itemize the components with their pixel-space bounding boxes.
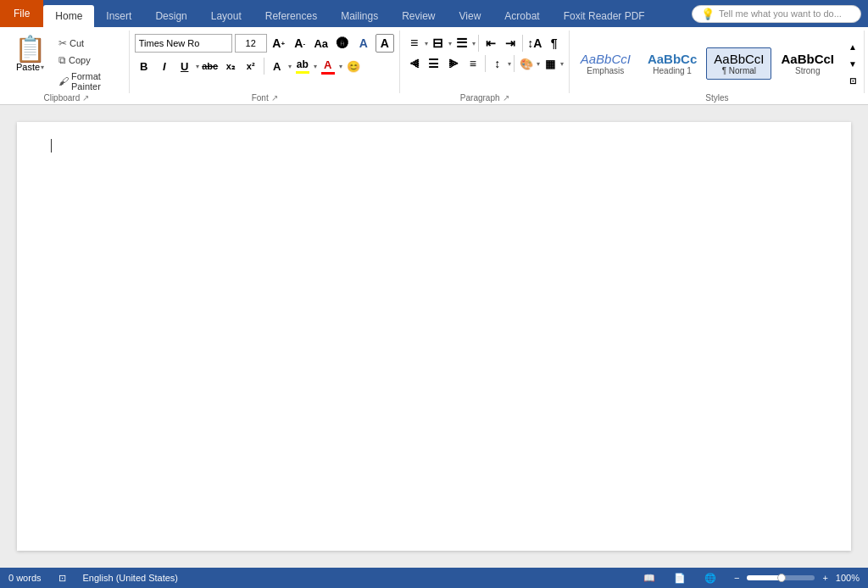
line-spacing-dropdown[interactable]: ▾ — [508, 60, 511, 68]
clear-format-button[interactable]: 🅐 — [333, 34, 352, 53]
zoom-slider[interactable] — [747, 575, 815, 580]
styles-scroll-up[interactable]: ▲ — [845, 40, 860, 53]
strikethrough-button[interactable]: abc — [201, 57, 220, 75]
page-view-icon: ⊡ — [58, 573, 66, 584]
tab-file[interactable]: File — [0, 0, 43, 27]
borders-button[interactable]: ▦ — [541, 54, 559, 73]
style-strong[interactable]: AaBbCcI Strong — [773, 47, 842, 80]
zoom-in-button[interactable]: + — [818, 570, 832, 585]
numbering-button[interactable]: ⊟ — [429, 34, 448, 53]
tab-layout[interactable]: Layout — [199, 5, 253, 27]
justify-button[interactable]: ≡ — [464, 54, 482, 73]
highlight-dropdown[interactable]: ▾ — [314, 63, 317, 70]
border-text-button[interactable]: A — [376, 34, 394, 53]
print-layout-button[interactable]: 📄 — [669, 571, 691, 585]
text-shade-dropdown[interactable]: ▾ — [288, 63, 292, 70]
document-page[interactable] — [17, 122, 851, 551]
align-left-button[interactable]: ⫷ — [405, 54, 424, 73]
style-emphasis[interactable]: AaBbCcI Emphasis — [573, 47, 638, 80]
tab-references[interactable]: References — [253, 5, 329, 27]
zoom-out-button[interactable]: − — [730, 570, 743, 585]
font-size-input[interactable] — [235, 34, 267, 53]
view-tab-label: View — [459, 10, 481, 22]
font-color-dropdown[interactable]: ▾ — [339, 63, 342, 70]
numbering-dropdown[interactable]: ▾ — [448, 40, 452, 47]
font-color-icon: A — [324, 58, 331, 71]
paragraph-expander[interactable]: ↗ — [503, 93, 509, 103]
text-effects-button[interactable]: A — [354, 34, 373, 53]
align-center-button[interactable]: ☰ — [425, 54, 443, 73]
tab-home[interactable]: Home — [43, 5, 94, 27]
underline-button[interactable]: U — [175, 57, 194, 75]
tell-me-text: Tell me what you want to do... — [719, 8, 842, 19]
bullets-dropdown[interactable]: ▾ — [425, 40, 428, 47]
font-color-bar — [321, 72, 335, 75]
style-strong-label: Strong — [795, 66, 820, 75]
borders-dropdown[interactable]: ▾ — [560, 60, 564, 68]
italic-button[interactable]: I — [155, 57, 174, 75]
paste-button[interactable]: 📋 Paste ▾ — [8, 34, 52, 93]
cut-icon: ✂ — [58, 37, 67, 49]
subscript-button[interactable]: x₂ — [221, 57, 240, 75]
multilevel-button[interactable]: ☰ — [453, 34, 471, 53]
increase-font-size-button[interactable]: A+ — [270, 34, 288, 53]
web-layout-button[interactable]: 🌐 — [699, 571, 721, 585]
multilevel-dropdown[interactable]: ▾ — [472, 40, 476, 47]
superscript-button[interactable]: x² — [242, 57, 260, 75]
read-mode-button[interactable]: 📖 — [638, 571, 660, 585]
page-view-button[interactable]: ⊡ — [58, 573, 66, 584]
line-spacing-button[interactable]: ↕ — [488, 54, 507, 73]
copy-icon: ⧉ — [58, 54, 66, 66]
ribbon: 📋 Paste ▾ ✂ Cut ⧉ Copy — [0, 27, 868, 105]
shading-button[interactable]: 🎨 — [517, 54, 536, 73]
font-expander[interactable]: ↗ — [271, 93, 278, 103]
mailings-tab-label: Mailings — [341, 10, 378, 22]
zoom-level: 100% — [836, 573, 860, 583]
show-para-button[interactable]: ¶ — [545, 34, 564, 53]
decrease-indent-button[interactable]: ⇤ — [481, 34, 500, 53]
language-item[interactable]: English (United States) — [83, 573, 179, 583]
font-name-input[interactable] — [135, 34, 232, 53]
zoom-slider-thumb[interactable] — [777, 574, 786, 582]
tab-view[interactable]: View — [448, 5, 493, 27]
tab-insert[interactable]: Insert — [94, 5, 143, 27]
cut-button[interactable]: ✂ Cut — [55, 36, 124, 51]
copy-button[interactable]: ⧉ Copy — [55, 53, 124, 68]
para-sep3 — [485, 55, 486, 72]
styles-more-button[interactable]: ⊡ — [845, 74, 860, 87]
highlight-button[interactable]: ab — [293, 57, 312, 75]
text-shade-button[interactable]: A — [268, 57, 287, 75]
tab-foxit[interactable]: Foxit Reader PDF — [552, 5, 657, 27]
increase-indent-button[interactable]: ⇥ — [501, 34, 520, 53]
status-right: 📖 📄 🌐 − + 100% — [638, 570, 860, 585]
tab-design[interactable]: Design — [143, 5, 198, 27]
align-right-button[interactable]: ⫸ — [444, 54, 463, 73]
emoji-button[interactable]: 😊 — [344, 57, 363, 75]
tab-acrobat[interactable]: Acrobat — [492, 5, 551, 27]
styles-scroll-down[interactable]: ▼ — [845, 57, 860, 70]
format-painter-icon: 🖌 — [58, 75, 69, 87]
cut-label: Cut — [70, 38, 84, 48]
underline-dropdown[interactable]: ▾ — [196, 63, 199, 70]
tab-mailings[interactable]: Mailings — [329, 5, 390, 27]
sort-button[interactable]: ↕A — [526, 34, 544, 53]
word-count-item[interactable]: 0 words — [8, 573, 42, 583]
clipboard-expander[interactable]: ↗ — [82, 93, 89, 103]
styles-group-wrapper: AaBbCcI Emphasis AaBbCc Heading 1 AaBbCc… — [570, 31, 865, 104]
zoom-slider-fill — [747, 575, 781, 580]
tab-review[interactable]: Review — [390, 5, 447, 27]
design-tab-label: Design — [155, 10, 186, 22]
acrobat-tab-label: Acrobat — [504, 10, 539, 22]
format-painter-button[interactable]: 🖌 Format Painter — [55, 69, 124, 93]
decrease-font-size-button[interactable]: A- — [291, 34, 309, 53]
style-normal[interactable]: AaBbCcI ¶ Normal — [706, 47, 771, 80]
change-case-button[interactable]: Aa — [312, 34, 331, 53]
font-color-button[interactable]: A — [319, 57, 337, 75]
file-tab-label: File — [14, 8, 30, 19]
bold-button[interactable]: B — [135, 57, 153, 75]
bullets-button[interactable]: ≡ — [405, 34, 424, 53]
document-area[interactable] — [0, 105, 868, 568]
tell-me-bar[interactable]: 💡 Tell me what you want to do... — [692, 5, 861, 23]
style-heading1[interactable]: AaBbCc Heading 1 — [640, 47, 704, 80]
shading-dropdown[interactable]: ▾ — [537, 60, 540, 68]
